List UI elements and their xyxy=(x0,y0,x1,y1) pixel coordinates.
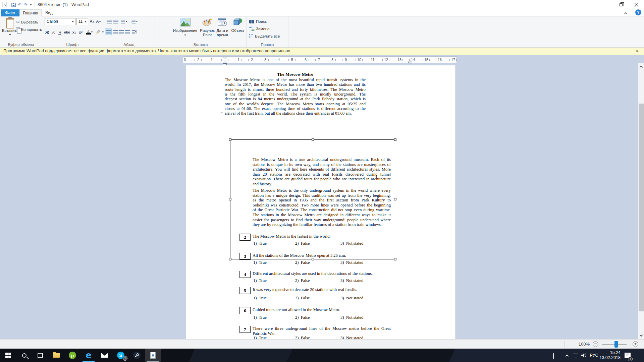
paint-icon xyxy=(200,18,215,27)
font-color-icon[interactable]: A xyxy=(86,30,91,35)
explorer-icon[interactable] xyxy=(48,349,64,362)
task-view-icon[interactable] xyxy=(32,349,48,362)
resize-handle[interactable] xyxy=(394,198,396,200)
utorrent-icon[interactable]: µ xyxy=(64,349,80,362)
text-line: arrival of the first train, but all the … xyxy=(225,111,366,116)
redo-icon[interactable]: ↷ xyxy=(22,1,29,8)
ruler-number: 1 xyxy=(236,58,240,62)
find-button[interactable]: Поиск xyxy=(249,18,267,24)
search-icon[interactable] xyxy=(16,349,32,362)
action-center-icon[interactable]: 1 xyxy=(623,349,633,362)
undo-icon[interactable]: ↶ xyxy=(16,1,22,8)
zoom-slider-thumb[interactable] xyxy=(614,341,618,348)
scroll-up-icon[interactable] xyxy=(638,63,644,70)
paragraph-settings-icon[interactable]: ¶ xyxy=(130,28,139,35)
help-icon[interactable]: ? xyxy=(635,9,641,15)
network-icon[interactable] xyxy=(572,349,580,362)
scroll-down-icon[interactable] xyxy=(638,332,644,339)
tab-view[interactable]: Вид xyxy=(42,9,56,16)
resize-handle[interactable] xyxy=(394,258,396,260)
document-page[interactable]: The Moscow Metro The Moscow Metro is one… xyxy=(186,65,455,339)
shrink-font-icon[interactable]: A▼ xyxy=(96,18,102,25)
resize-handle[interactable] xyxy=(229,258,231,260)
underline-icon[interactable]: Ч xyxy=(57,30,63,35)
paint-drawing-button[interactable]: Рисунок Paint xyxy=(200,17,215,41)
text-line: station has a unique design. This tradit… xyxy=(253,193,391,198)
wordpad-taskbar-icon[interactable]: A xyxy=(145,349,161,362)
grow-font-icon[interactable]: A▲ xyxy=(89,18,95,25)
picture-button[interactable]: Изображение xyxy=(172,17,199,41)
ruler-number: 17 xyxy=(450,58,456,62)
close-icon[interactable] xyxy=(629,0,644,9)
quick-access-toolbar: A ↶ ↷ xyxy=(0,0,36,9)
group-label: Вставка xyxy=(155,43,246,47)
text-line: stations is unique in its own way, and m… xyxy=(253,162,391,167)
warning-close-icon[interactable]: ✕ xyxy=(634,48,641,55)
ruler-number: 8 xyxy=(330,58,334,62)
cut-label: Вырезать xyxy=(21,20,38,24)
resize-handle[interactable] xyxy=(312,138,314,141)
paragraph-1: The Moscow Metro is one of the most beau… xyxy=(225,77,366,116)
font-color-caret-icon[interactable] xyxy=(91,32,93,33)
highlight-icon[interactable] xyxy=(96,29,101,35)
italic-icon[interactable]: К xyxy=(50,29,57,35)
indent-marker-icon[interactable] xyxy=(223,57,227,63)
scrollbar-thumb[interactable] xyxy=(639,104,644,311)
font-size-combo[interactable]: 11 xyxy=(76,18,88,25)
right-indent-marker-icon[interactable] xyxy=(408,60,412,63)
tray-chevron-icon[interactable] xyxy=(564,349,570,362)
volume-icon[interactable] xyxy=(580,349,588,362)
skype-icon[interactable]: S 1 xyxy=(113,349,129,362)
answer-option: 1) True xyxy=(253,336,267,339)
decrease-indent-icon[interactable] xyxy=(106,18,112,25)
font-family-combo[interactable]: Calibri xyxy=(45,18,75,25)
superscript-icon[interactable]: x² xyxy=(77,30,84,35)
paste-button[interactable]: Вставить xyxy=(2,17,18,41)
edge-icon[interactable]: e xyxy=(80,349,97,362)
increase-indent-icon[interactable] xyxy=(112,18,119,25)
compatibility-warning-bar: Программа WordPad поддерживает не все фу… xyxy=(0,48,644,55)
mail-icon[interactable] xyxy=(97,349,113,362)
maximize-icon[interactable] xyxy=(613,0,629,9)
minimize-icon[interactable] xyxy=(598,0,613,9)
strikethrough-icon[interactable]: abc xyxy=(63,30,71,34)
tab-home[interactable]: Главная xyxy=(19,9,42,16)
align-left-icon[interactable] xyxy=(105,28,112,35)
resize-handle[interactable] xyxy=(229,138,231,141)
vertical-scrollbar[interactable] xyxy=(638,63,644,339)
copy-button[interactable]: Копировать xyxy=(16,26,42,33)
font-size-value: 11 xyxy=(78,19,83,24)
zoom-in-icon[interactable]: + xyxy=(633,341,638,347)
bold-icon[interactable]: Ж xyxy=(44,30,50,35)
language-indicator[interactable]: РУС xyxy=(589,349,599,362)
wordpad-icon: A xyxy=(3,2,7,7)
resize-handle[interactable] xyxy=(229,198,231,200)
tab-file[interactable]: Файл xyxy=(1,9,19,16)
subscript-icon[interactable]: x₂ xyxy=(71,30,77,35)
customize-quick-access-icon[interactable] xyxy=(29,1,33,8)
ruler-number: 15 xyxy=(423,58,429,62)
divider xyxy=(564,341,565,348)
steam-icon[interactable] xyxy=(129,349,145,362)
answer-option: 1) True xyxy=(253,296,267,301)
datetime-button[interactable]: Дата и время xyxy=(216,17,229,41)
save-icon[interactable] xyxy=(10,1,16,8)
group-clipboard: Вставить ✂ Вырезать Копировать Буфер обм… xyxy=(0,16,42,47)
start-icon[interactable] xyxy=(0,349,16,362)
replace-button[interactable]: ab⇢ac Замена xyxy=(249,26,269,32)
resize-handle[interactable] xyxy=(394,138,396,141)
zoom-out-icon[interactable]: − xyxy=(593,341,598,347)
object-button[interactable]: Объект xyxy=(230,17,246,41)
select-all-button[interactable]: Выделить все xyxy=(249,33,280,39)
cut-button[interactable]: ✂ Вырезать xyxy=(16,19,38,25)
object-icon xyxy=(230,18,246,27)
text-line: route length is almost three hundred and… xyxy=(225,87,366,92)
question-text: The Moscow Metro is the fastest in the w… xyxy=(253,234,391,239)
zoom-slider-track[interactable] xyxy=(602,344,627,345)
ribbon-collapse-icon[interactable] xyxy=(622,10,629,16)
people-icon[interactable] xyxy=(551,349,559,362)
line-spacing-icon[interactable]: ↕ xyxy=(129,18,139,25)
justify-icon[interactable] xyxy=(124,28,130,35)
clock[interactable]: 15:24 13.02.2018 xyxy=(600,349,621,362)
list-icon[interactable] xyxy=(120,18,128,25)
